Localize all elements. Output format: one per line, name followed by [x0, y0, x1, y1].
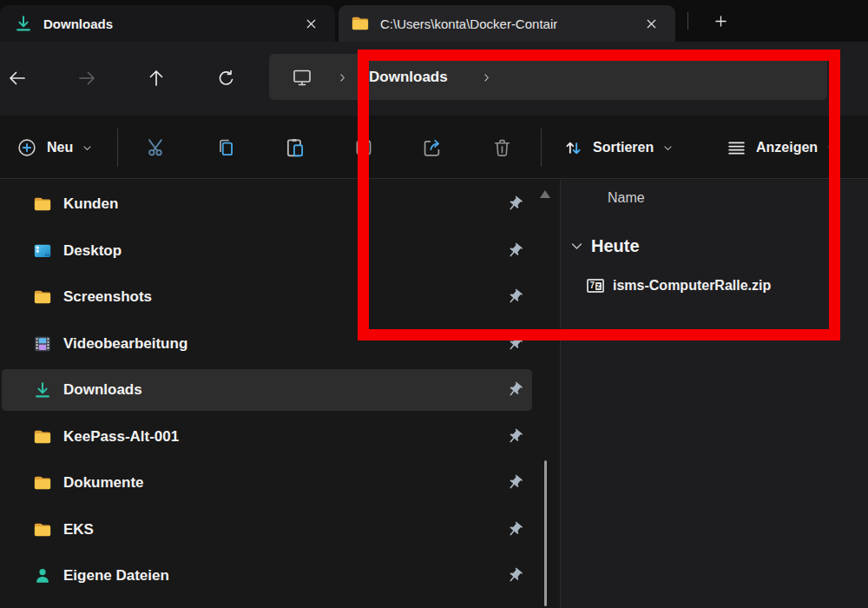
- sidebar-item-eks[interactable]: EKS: [2, 509, 532, 551]
- film-strip-icon: [33, 334, 52, 354]
- sidebar-item-eigene-dateien[interactable]: Eigene Dateien: [2, 555, 532, 597]
- paste-icon: [284, 136, 306, 159]
- chevron-down-icon: [569, 239, 584, 254]
- folder-icon: [33, 520, 52, 539]
- scrollbar-thumb[interactable]: [544, 460, 547, 606]
- sidebar-item-downloads[interactable]: Downloads: [2, 369, 532, 411]
- copy-icon: [214, 136, 237, 159]
- sort-button[interactable]: Sortieren: [556, 129, 681, 167]
- tab-close-button[interactable]: [639, 11, 663, 36]
- pin-icon[interactable]: [506, 428, 523, 446]
- tab-title: C:\Users\konta\Docker-Contair: [380, 17, 557, 31]
- tab-title: Downloads: [43, 17, 113, 31]
- scissors-icon: [145, 136, 168, 159]
- refresh-button[interactable]: [208, 61, 243, 96]
- address-bar[interactable]: Downloads: [269, 54, 827, 100]
- view-list-icon: [726, 137, 747, 159]
- folder-icon: [33, 287, 52, 307]
- toolbar-divider: [117, 129, 118, 167]
- delete-button[interactable]: [484, 130, 519, 165]
- sidebar-item-screenshots[interactable]: Screenshots: [2, 276, 532, 318]
- chevron-right-icon[interactable]: [481, 71, 492, 83]
- chevron-down-icon: [82, 142, 93, 154]
- sidebar-item-desktop[interactable]: Desktop: [2, 230, 532, 272]
- file-list-pane: Name Heute 7z isms-ComputerRalle.zip: [561, 180, 868, 608]
- sidebar-item-kunden[interactable]: Kunden: [2, 183, 532, 225]
- download-icon: [14, 14, 33, 33]
- download-icon: [33, 380, 52, 400]
- new-item-button[interactable]: Neu: [7, 129, 102, 167]
- folder-icon: [33, 195, 52, 214]
- file-explorer-window: Downloads C:\Users\konta\Docker-Contair: [0, 0, 868, 608]
- share-button[interactable]: [415, 130, 450, 165]
- pin-icon[interactable]: [506, 381, 523, 399]
- tab-close-button[interactable]: [299, 11, 323, 36]
- plus-circle-icon: [16, 136, 38, 159]
- navigation-pane: Kunden Desktop Screenshots Videobearbeit…: [0, 180, 560, 608]
- sidebar-item-dokumente[interactable]: Dokumente: [2, 462, 532, 504]
- pin-icon[interactable]: [506, 521, 523, 539]
- user-icon: [33, 566, 52, 585]
- pin-icon[interactable]: [506, 474, 523, 492]
- trash-icon: [491, 137, 513, 159]
- 7zip-archive-icon: 7z: [587, 279, 604, 293]
- cut-button[interactable]: [139, 130, 174, 165]
- navigation-bar: Downloads: [0, 42, 868, 116]
- up-button[interactable]: [139, 61, 174, 96]
- rename-icon: [352, 136, 375, 159]
- tab-bar: Downloads C:\Users\konta\Docker-Contair: [0, 0, 868, 42]
- chevron-right-icon[interactable]: [337, 71, 348, 83]
- share-icon: [421, 136, 444, 159]
- file-item-zip[interactable]: 7z isms-ComputerRalle.zip: [587, 273, 771, 299]
- tab-docker-container[interactable]: C:\Users\konta\Docker-Contair: [339, 5, 675, 42]
- folder-icon: [33, 427, 52, 446]
- this-pc-icon[interactable]: [292, 67, 312, 88]
- content-area: Kunden Desktop Screenshots Videobearbeit…: [0, 180, 868, 608]
- rename-button[interactable]: [346, 130, 381, 165]
- sidebar-item-videobearbeitung[interactable]: Videobearbeitung: [2, 323, 532, 365]
- pin-icon[interactable]: [506, 288, 523, 306]
- new-tab-button[interactable]: [706, 8, 735, 34]
- command-toolbar: Neu Sortieren Anzeigen: [0, 116, 868, 179]
- breadcrumb-location[interactable]: Downloads: [369, 69, 448, 86]
- pin-icon[interactable]: [506, 567, 523, 585]
- pin-icon[interactable]: [506, 335, 523, 353]
- column-header-name[interactable]: Name: [608, 190, 645, 206]
- pin-icon[interactable]: [506, 195, 523, 213]
- view-button[interactable]: Anzeigen: [719, 129, 845, 167]
- toolbar-divider: [541, 129, 542, 167]
- sort-icon: [562, 137, 584, 159]
- sidebar-item-keepass-alt-001[interactable]: KeePass-Alt-001: [2, 416, 532, 458]
- scrollbar-up-arrow[interactable]: [540, 190, 550, 198]
- folder-icon: [351, 14, 370, 33]
- desktop-icon: [33, 241, 52, 261]
- paste-button[interactable]: [278, 130, 312, 165]
- tab-bar-divider: [687, 12, 688, 30]
- forward-button[interactable]: [69, 61, 104, 96]
- pin-icon[interactable]: [506, 242, 523, 260]
- group-header-heute[interactable]: Heute: [569, 233, 640, 259]
- file-name: isms-ComputerRalle.zip: [613, 278, 771, 294]
- chevron-down-icon: [662, 142, 674, 154]
- chevron-down-icon: [826, 142, 838, 154]
- back-button[interactable]: [0, 61, 35, 96]
- folder-icon: [33, 473, 52, 492]
- copy-button[interactable]: [208, 130, 243, 165]
- tab-downloads[interactable]: Downloads: [0, 5, 335, 42]
